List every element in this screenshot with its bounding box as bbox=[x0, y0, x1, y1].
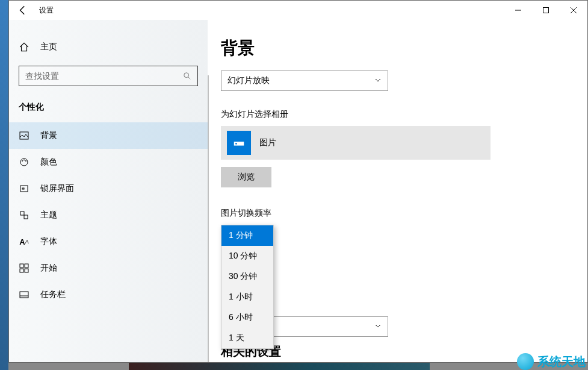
album-section-label: 为幻灯片选择相册 bbox=[221, 109, 587, 120]
desktop-background-strip bbox=[0, 0, 8, 370]
frequency-option[interactable]: 1 分钟 bbox=[221, 225, 273, 246]
background-mode-dropdown[interactable]: 幻灯片放映 bbox=[221, 71, 388, 91]
page-title: 背景 bbox=[221, 37, 587, 60]
svg-point-7 bbox=[23, 160, 25, 161]
svg-rect-12 bbox=[24, 215, 28, 219]
svg-line-3 bbox=[188, 77, 191, 80]
sidebar-item-label: 开始 bbox=[40, 263, 57, 274]
sidebar-item-label: 任务栏 bbox=[40, 289, 66, 300]
frequency-option[interactable]: 1 小时 bbox=[221, 287, 273, 307]
frequency-option[interactable]: 10 分钟 bbox=[221, 246, 273, 266]
taskbar-peek bbox=[129, 363, 430, 370]
app-title: 设置 bbox=[39, 5, 54, 16]
lockscreen-icon bbox=[19, 183, 29, 194]
theme-icon bbox=[19, 210, 29, 221]
frequency-dropdown-list: 1 分钟 10 分钟 30 分钟 1 小时 6 小时 1 天 bbox=[221, 225, 274, 349]
album-name: 图片 bbox=[259, 137, 276, 148]
search-input[interactable] bbox=[19, 66, 177, 86]
sidebar-item-label: 背景 bbox=[40, 130, 57, 141]
sidebar: 主页 个性化 背景 颜色 bbox=[9, 20, 208, 362]
sidebar-item-label: 颜色 bbox=[40, 157, 57, 168]
palette-icon bbox=[19, 157, 29, 168]
home-icon bbox=[19, 42, 29, 52]
svg-point-6 bbox=[22, 160, 23, 161]
start-icon bbox=[19, 263, 29, 274]
svg-rect-16 bbox=[25, 269, 28, 272]
taskbar-icon bbox=[19, 289, 29, 300]
svg-rect-13 bbox=[20, 264, 23, 268]
frequency-option[interactable]: 6 小时 bbox=[221, 307, 273, 328]
frequency-label: 图片切换频率 bbox=[221, 208, 587, 219]
svg-point-8 bbox=[25, 160, 26, 161]
category-title: 个性化 bbox=[9, 86, 208, 122]
browse-button[interactable]: 浏览 bbox=[221, 167, 271, 187]
font-icon: AA bbox=[19, 236, 29, 247]
svg-rect-1 bbox=[543, 8, 549, 13]
back-button[interactable] bbox=[17, 5, 28, 16]
chevron-down-icon bbox=[374, 322, 382, 331]
background-mode-value: 幻灯片放映 bbox=[227, 75, 270, 86]
search-icon bbox=[177, 66, 197, 86]
sidebar-item-lockscreen[interactable]: 锁屏界面 bbox=[9, 175, 208, 202]
settings-window: 设置 主页 bbox=[8, 0, 588, 363]
frequency-option[interactable]: 1 天 bbox=[221, 328, 273, 348]
svg-rect-15 bbox=[20, 269, 23, 272]
svg-rect-14 bbox=[25, 264, 28, 268]
maximize-button[interactable] bbox=[532, 1, 560, 20]
minimize-button[interactable] bbox=[504, 1, 532, 20]
sidebar-item-label: 锁屏界面 bbox=[40, 183, 74, 194]
sidebar-item-themes[interactable]: 主题 bbox=[9, 202, 208, 228]
home-label: 主页 bbox=[40, 42, 57, 52]
chevron-down-icon bbox=[374, 76, 382, 86]
svg-point-2 bbox=[184, 73, 189, 78]
search-box[interactable] bbox=[19, 66, 198, 86]
sidebar-item-background[interactable]: 背景 bbox=[9, 122, 208, 149]
svg-rect-10 bbox=[22, 188, 24, 189]
sidebar-item-label: 字体 bbox=[40, 236, 57, 247]
album-selection[interactable]: 图片 bbox=[221, 126, 491, 160]
sidebar-item-fonts[interactable]: AA 字体 bbox=[9, 228, 208, 255]
svg-point-20 bbox=[235, 143, 237, 145]
close-button[interactable] bbox=[560, 1, 587, 20]
sidebar-item-label: 主题 bbox=[40, 210, 57, 221]
titlebar: 设置 bbox=[9, 1, 587, 20]
watermark-text: 系统天地 bbox=[537, 354, 586, 370]
globe-icon bbox=[517, 353, 534, 370]
album-thumbnail-icon bbox=[227, 131, 251, 155]
svg-rect-11 bbox=[20, 212, 24, 215]
scroll-indicator bbox=[208, 75, 209, 362]
sidebar-item-taskbar[interactable]: 任务栏 bbox=[9, 281, 208, 308]
watermark: 系统天地 bbox=[517, 353, 586, 370]
content-area: 背景 幻灯片放映 为幻灯片选择相册 图片 浏览 图片切换频率 bbox=[208, 20, 587, 362]
picture-icon bbox=[19, 130, 29, 141]
frequency-option[interactable]: 30 分钟 bbox=[221, 266, 273, 287]
sidebar-item-start[interactable]: 开始 bbox=[9, 255, 208, 281]
svg-rect-17 bbox=[20, 292, 28, 298]
home-link[interactable]: 主页 bbox=[9, 37, 208, 57]
sidebar-item-colors[interactable]: 颜色 bbox=[9, 149, 208, 175]
